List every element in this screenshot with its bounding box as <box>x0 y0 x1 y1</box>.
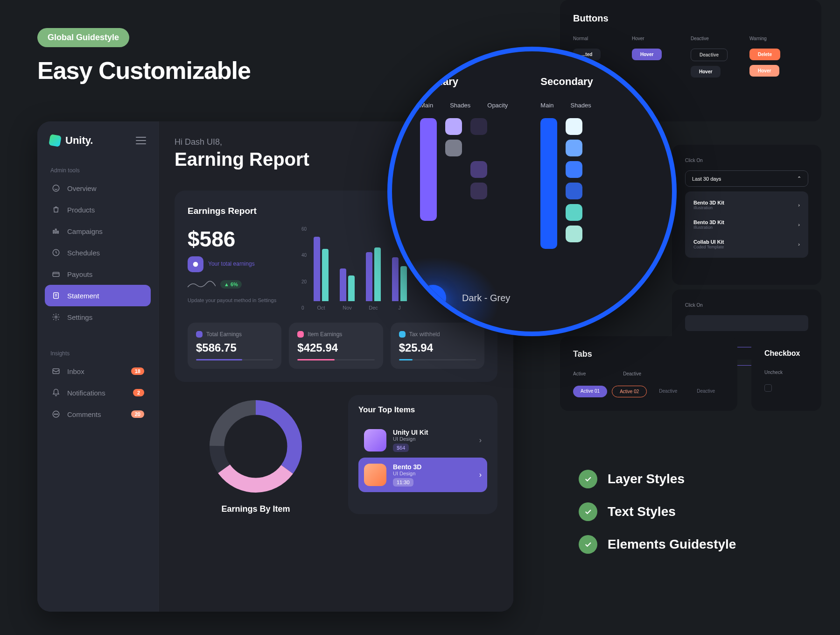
chevron-right-icon: › <box>798 222 800 227</box>
sidebar-item-schedules[interactable]: Schedules <box>45 242 151 263</box>
svg-rect-8 <box>53 369 59 374</box>
sidebar-item-payouts[interactable]: Payouts <box>45 263 151 285</box>
tab-active-2[interactable]: Active 02 <box>612 386 647 397</box>
btn-hover[interactable]: Hover <box>632 49 662 60</box>
item-price: 11:30 <box>393 478 413 487</box>
sidebar-item-campaigns[interactable]: Campaigns <box>45 220 151 242</box>
comments-badge: 20 <box>131 410 144 418</box>
dropdown-item[interactable]: Collab UI KitCoded Template › <box>689 234 805 254</box>
stat-tax-withheld[interactable]: Tax withheld $25.94 <box>391 323 484 369</box>
earnings-total-value: $586 <box>188 226 295 252</box>
dropdown-select[interactable]: Last 30 days ⌃ <box>685 170 808 187</box>
feature-elements-guidestyle: Elements Guidestyle <box>579 535 736 554</box>
sidebar-item-products[interactable]: Products <box>45 199 151 220</box>
sidebar-item-label: Inbox <box>67 367 84 375</box>
swatch[interactable] <box>470 161 487 178</box>
swatch-secondary-main[interactable] <box>540 118 557 249</box>
feature-label: Text Styles <box>608 504 676 519</box>
chevron-right-icon: › <box>798 202 800 208</box>
overview-icon <box>51 183 61 193</box>
sidebar-item-overview[interactable]: Overview <box>45 177 151 199</box>
sidebar-item-label: Comments <box>67 410 101 418</box>
checkbox-unchecked[interactable] <box>764 384 772 392</box>
sidebar-item-label: Overview <box>67 184 97 192</box>
sidebar-item-inbox[interactable]: Inbox 18 <box>45 360 151 382</box>
earnings-label: Your total earnings <box>208 261 255 268</box>
check-icon <box>579 470 597 488</box>
ds-checkbox-heading: Checkbox <box>764 349 808 358</box>
earnings-by-item-card: Earnings By Item <box>175 395 337 514</box>
sidebar-item-notifications[interactable]: Notifications 2 <box>45 382 151 403</box>
products-icon <box>51 205 61 214</box>
top-items-heading: Your Top Items <box>358 405 487 415</box>
svg-point-7 <box>55 316 57 318</box>
mag-note: Dark - Grey <box>462 293 510 303</box>
sidebar-item-settings[interactable]: Settings <box>45 306 151 328</box>
sidebar-item-comments[interactable]: Comments 20 <box>45 403 151 425</box>
features-list: Layer Styles Text Styles Elements Guides… <box>579 470 736 554</box>
color-magnifier: Primary Main Shades Opacity <box>387 47 677 336</box>
donut-chart <box>204 395 307 498</box>
btn-hover-warn[interactable]: Hover <box>749 65 779 77</box>
swatch[interactable] <box>566 140 582 156</box>
tab-deactive-1[interactable]: Deactive <box>651 386 685 397</box>
btn-delete[interactable]: Delete <box>749 49 780 60</box>
swatch-primary-main[interactable] <box>420 118 437 221</box>
swatch[interactable] <box>566 161 582 178</box>
item-sub: UI Design <box>393 436 473 442</box>
sidebar-item-label: Campaigns <box>67 227 103 235</box>
tab-active-1[interactable]: Active 01 <box>573 386 607 397</box>
chart-y-axis: 6040200 <box>301 226 307 310</box>
btn-hover2[interactable]: Hover <box>691 66 721 78</box>
stat-total-earnings[interactable]: Total Earnings $586.75 <box>188 323 281 369</box>
stat-value: $586.75 <box>196 341 273 354</box>
stat-dot-icon <box>297 331 304 338</box>
item-sub: UI Design <box>393 471 473 476</box>
swatch[interactable] <box>445 118 462 135</box>
svg-point-12 <box>57 414 58 415</box>
brand-logo[interactable]: Unity. <box>49 134 93 147</box>
sidebar-item-statement[interactable]: Statement <box>45 285 151 306</box>
menu-toggle-icon[interactable] <box>136 137 146 144</box>
payouts-icon <box>51 269 61 279</box>
swatch[interactable] <box>566 204 582 221</box>
chevron-right-icon: › <box>798 241 800 247</box>
swatch[interactable] <box>566 118 582 135</box>
stat-value: $25.94 <box>399 341 476 354</box>
top-item-bento[interactable]: Bento 3D UI Design 11:30 › <box>358 458 487 492</box>
logo-mark-icon <box>49 134 62 147</box>
swatch[interactable] <box>470 118 487 135</box>
swatch[interactable] <box>566 183 582 199</box>
update-hint: Update your payout method in Settings <box>188 296 295 304</box>
inbox-badge: 18 <box>131 367 144 375</box>
check-icon <box>579 502 597 521</box>
sidebar-section-insights: Insights <box>45 346 151 360</box>
tab-deactive-2[interactable]: Deactive <box>689 386 722 397</box>
chevron-right-icon: › <box>479 471 482 479</box>
sidebar-item-label: Products <box>67 206 95 214</box>
swatch[interactable] <box>445 140 462 156</box>
donut-title: Earnings By Item <box>221 504 290 514</box>
page-title: Earning Report <box>175 149 309 170</box>
swatch[interactable] <box>470 183 487 199</box>
svg-point-11 <box>56 414 56 415</box>
swatch[interactable] <box>566 226 582 242</box>
sidebar-item-label: Settings <box>67 313 92 321</box>
stat-dot-icon <box>399 331 406 338</box>
dropdown-item[interactable]: Bento 3D KitIllustration › <box>689 195 805 215</box>
growth-badge: ▲ 6% <box>220 280 242 289</box>
inbox-icon <box>51 367 61 376</box>
dropdown-item[interactable]: Bento 3D KitIllustration › <box>689 215 805 234</box>
input-placeholder-example[interactable] <box>685 315 808 331</box>
feature-layer-styles: Layer Styles <box>579 470 736 488</box>
svg-rect-2 <box>56 229 56 233</box>
mag-primary-heading: Primary <box>420 76 508 88</box>
checkbox-label: Uncheck <box>764 370 808 375</box>
top-item-unity[interactable]: Unity UI Kit UI Design $64 › <box>358 423 487 458</box>
btn-deactive[interactable]: Deactive <box>691 49 728 61</box>
feature-label: Layer Styles <box>608 472 685 487</box>
sidebar-item-label: Notifications <box>67 389 105 397</box>
stat-item-earnings[interactable]: Item Earnings $425.94 <box>289 323 383 369</box>
item-name: Bento 3D <box>393 463 473 471</box>
earnings-icon <box>188 256 203 272</box>
